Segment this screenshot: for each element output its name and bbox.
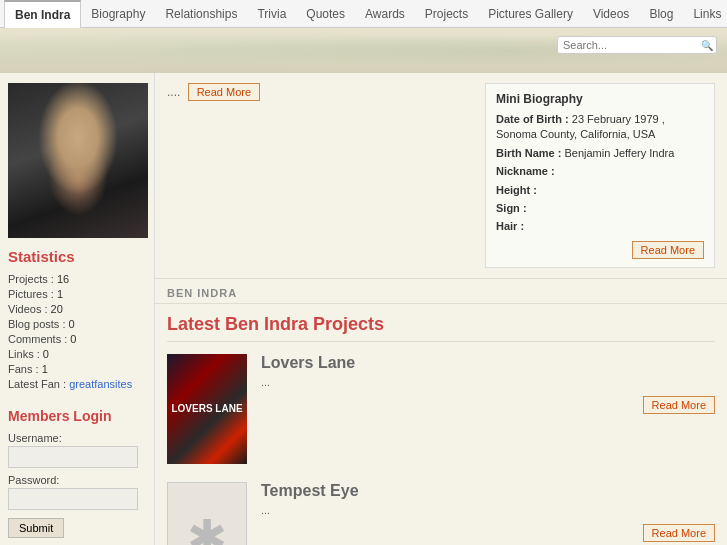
projects-section-title: Latest Ben Indra Projects <box>167 314 715 342</box>
bio-birthname-value: Benjamin Jeffery Indra <box>564 147 674 159</box>
username-label: Username: <box>8 432 146 444</box>
profile-read-more-button[interactable]: Read More <box>188 83 260 101</box>
bio-height-label: Height : <box>496 184 537 196</box>
bio-sign-label: Sign : <box>496 202 527 214</box>
stat-comments-label: Comments : <box>8 333 70 345</box>
mini-biography-title: Mini Biography <box>496 92 704 106</box>
members-title-accent: Login <box>73 408 111 424</box>
person-photo <box>8 83 148 238</box>
main-container: Statistics Projects : 16 Pictures : 1 Vi… <box>0 73 727 545</box>
stat-projects-value: 16 <box>57 273 69 285</box>
mini-biography-box: Mini Biography Date of Birth : 23 Februa… <box>485 83 715 268</box>
project-cover-tempest-eye: ✱ <box>167 482 247 545</box>
bio-dob-row: Date of Birth : 23 February 1979 , Sonom… <box>496 112 704 143</box>
project-info-lovers-lane: Lovers Lane ... Read More <box>261 354 715 414</box>
tab-blog[interactable]: Blog <box>639 0 683 28</box>
project-item-tempest-eye: ✱ Tempest Eye ... Read More <box>167 482 715 545</box>
profile-text: .... Read More <box>167 83 485 268</box>
submit-button[interactable]: Submit <box>8 518 64 538</box>
search-icon: 🔍 <box>701 40 713 51</box>
stat-projects: Projects : 16 <box>8 273 146 285</box>
bio-height-row: Height : <box>496 183 704 198</box>
banner: 🔍 <box>0 28 727 73</box>
stat-videos-value: 20 <box>51 303 63 315</box>
search-bar[interactable]: 🔍 <box>557 36 717 54</box>
profile-header: .... Read More Mini Biography Date of Bi… <box>155 73 727 279</box>
members-title-normal: Members <box>8 408 69 424</box>
bio-dob-label: Date of Birth : <box>496 113 569 125</box>
statistics-title: Statistics <box>8 248 146 265</box>
projects-section: Latest Ben Indra Projects LOVERS LANE Lo… <box>155 304 727 545</box>
stat-fans: Fans : 1 <box>8 363 146 375</box>
tab-pictures-gallery[interactable]: Pictures Gallery <box>478 0 583 28</box>
mini-bio-read-more-button[interactable]: Read More <box>632 241 704 259</box>
stat-blog-label: Blog posts : <box>8 318 69 330</box>
project-title-tempest-eye: Tempest Eye <box>261 482 715 500</box>
content-area: .... Read More Mini Biography Date of Bi… <box>155 73 727 545</box>
mini-bio-read-more-container: Read More <box>496 241 704 259</box>
ellipsis: .... <box>167 85 184 99</box>
bio-birthname-label: Birth Name : <box>496 147 561 159</box>
tab-quotes[interactable]: Quotes <box>296 0 355 28</box>
sidebar: Statistics Projects : 16 Pictures : 1 Vi… <box>0 73 155 545</box>
bio-nickname-row: Nickname : <box>496 164 704 179</box>
project-cover-lovers-lane: LOVERS LANE <box>167 354 247 464</box>
stat-links-label: Links : <box>8 348 43 360</box>
tab-trivia[interactable]: Trivia <box>247 0 296 28</box>
stat-pictures-label: Pictures : <box>8 288 57 300</box>
search-input[interactable] <box>563 39 701 51</box>
password-input[interactable] <box>8 488 138 510</box>
bio-sign-row: Sign : <box>496 201 704 216</box>
project-desc-lovers-lane: ... <box>261 376 715 388</box>
bio-hair-label: Hair : <box>496 220 524 232</box>
statistics-section: Statistics Projects : 16 Pictures : 1 Vi… <box>8 248 146 390</box>
stat-fans-label: Fans : <box>8 363 42 375</box>
stat-pictures: Pictures : 1 <box>8 288 146 300</box>
top-navigation: Ben Indra Biography Relationships Trivia… <box>0 0 727 28</box>
stat-latest-fan-label: Latest Fan : <box>8 378 69 390</box>
person-name-bar: BEN INDRA <box>155 279 727 304</box>
stat-blog-posts: Blog posts : 0 <box>8 318 146 330</box>
project-desc-tempest-eye: ... <box>261 504 715 516</box>
members-login-title: Members Login <box>8 408 146 424</box>
tab-relationships[interactable]: Relationships <box>155 0 247 28</box>
stat-projects-label: Projects : <box>8 273 57 285</box>
bio-birthname-row: Birth Name : Benjamin Jeffery Indra <box>496 146 704 161</box>
members-login-section: Members Login Username: Password: Submit <box>8 408 146 538</box>
username-input[interactable] <box>8 446 138 468</box>
project-cover-text-1: LOVERS LANE <box>167 399 246 419</box>
tab-projects[interactable]: Projects <box>415 0 478 28</box>
stat-comments: Comments : 0 <box>8 333 146 345</box>
bio-nickname-label: Nickname : <box>496 165 555 177</box>
bio-hair-row: Hair : <box>496 219 704 234</box>
tab-links[interactable]: Links <box>683 0 727 28</box>
stat-fans-value: 1 <box>42 363 48 375</box>
stat-links-value: 0 <box>43 348 49 360</box>
stat-videos-label: Videos : <box>8 303 51 315</box>
password-label: Password: <box>8 474 146 486</box>
person-photo-face <box>8 83 148 238</box>
stat-videos: Videos : 20 <box>8 303 146 315</box>
stat-comments-value: 0 <box>70 333 76 345</box>
stat-links: Links : 0 <box>8 348 146 360</box>
project-title-lovers-lane: Lovers Lane <box>261 354 715 372</box>
stat-pictures-value: 1 <box>57 288 63 300</box>
tab-videos[interactable]: Videos <box>583 0 639 28</box>
cover-asterisk-icon: ✱ <box>187 509 227 545</box>
project-read-more-tempest-eye[interactable]: Read More <box>643 524 715 542</box>
project-info-tempest-eye: Tempest Eye ... Read More <box>261 482 715 542</box>
tab-biography[interactable]: Biography <box>81 0 155 28</box>
tab-ben-indra[interactable]: Ben Indra <box>4 0 81 28</box>
stat-blog-value: 0 <box>69 318 75 330</box>
stat-latest-fan: Latest Fan : greatfansites <box>8 378 146 390</box>
stat-latest-fan-link[interactable]: greatfansites <box>69 378 132 390</box>
tab-awards[interactable]: Awards <box>355 0 415 28</box>
project-read-more-lovers-lane[interactable]: Read More <box>643 396 715 414</box>
project-item-lovers-lane: LOVERS LANE Lovers Lane ... Read More <box>167 354 715 464</box>
